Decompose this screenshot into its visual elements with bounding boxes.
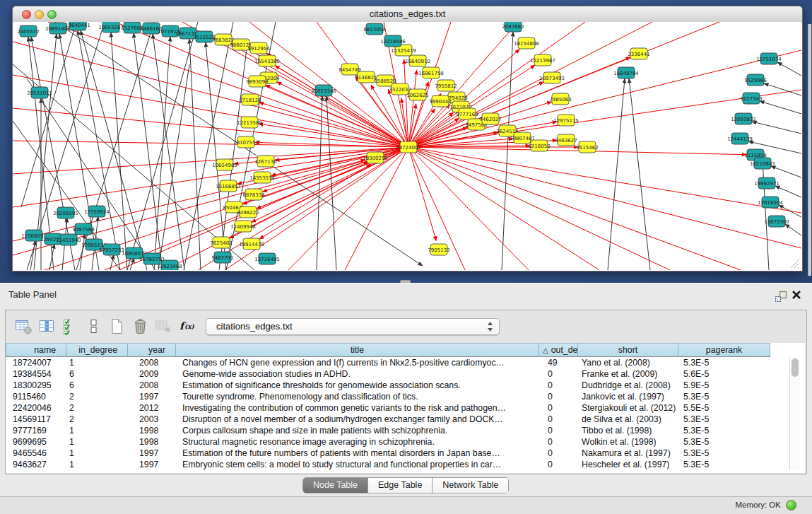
table-selector-dropdown[interactable]: citations_edges.txt (206, 318, 500, 335)
table-cell-short[interactable]: Yano et al. (2008) (578, 357, 678, 368)
table-cell-short[interactable]: Hescheler et al. (1997) (578, 459, 678, 470)
table-cell-title[interactable]: Estimation of significance thresholds fo… (176, 380, 539, 391)
table-cell-name[interactable]: 9115460 (6, 391, 66, 402)
graph-edge[interactable] (779, 205, 801, 217)
graph-edge[interactable] (317, 96, 322, 270)
table-cell-name[interactable]: 19384554 (6, 368, 66, 380)
graph-edge[interactable] (259, 103, 408, 147)
graph-edge[interactable] (408, 147, 801, 213)
table-cell-pagerank[interactable]: 5.3E-5 (678, 391, 770, 402)
column-header-title[interactable]: title (176, 343, 539, 357)
scrollbar-thumb[interactable] (792, 358, 799, 377)
table-cell-out_degree[interactable]: 0 (539, 459, 578, 470)
table-cell-short[interactable]: Tibbo et al. (1998) (578, 425, 678, 436)
table-cell-year[interactable]: 2008 (128, 357, 176, 368)
tab-network-table[interactable]: Network Table (433, 478, 508, 493)
create-column-button[interactable] (107, 317, 126, 336)
table-cell-name[interactable]: 9699695 (6, 436, 66, 448)
table-cell-title[interactable]: Changes of HCN gene expression and I(f) … (176, 357, 539, 368)
table-cell-in_degree[interactable]: 2 (66, 402, 128, 414)
column-header-in_degree[interactable]: in_degree (66, 343, 128, 357)
table-cell-title[interactable]: Genome-wide association studies in ADHD. (176, 368, 539, 380)
graph-edge[interactable] (154, 37, 170, 270)
table-cell-short[interactable]: Wolkin et al. (1998) (578, 436, 678, 448)
table-cell-in_degree[interactable]: 1 (66, 448, 128, 459)
table-cell-title[interactable]: Tourette syndrome. Phenomenology and cla… (176, 391, 539, 402)
table-cell-year[interactable]: 1998 (128, 425, 176, 436)
table-row[interactable]: 1938455462009Genome-wide association stu… (6, 368, 770, 380)
table-row[interactable]: 1456911722003Disruption of a novel membe… (6, 414, 770, 425)
table-cell-year[interactable]: 2009 (128, 368, 176, 380)
table-cell-name[interactable]: 14569117 (6, 414, 66, 425)
graph-edge[interactable] (502, 32, 513, 270)
table-row[interactable]: 1830029562008Estimation of significance … (6, 380, 770, 391)
graph-edge[interactable] (127, 22, 198, 270)
table-row[interactable]: 969969511998Structural magnetic resonanc… (6, 436, 770, 448)
table-cell-pagerank[interactable]: 5.3E-5 (678, 357, 770, 368)
column-header-out_degree[interactable]: △out_de… (539, 343, 578, 357)
tab-node-table[interactable]: Node Table (303, 478, 368, 493)
column-header-year[interactable]: year (128, 343, 176, 357)
table-row[interactable]: 946362711997Embryonic stem cells: a mode… (6, 459, 770, 470)
graph-edge[interactable] (775, 186, 801, 197)
select-columns-button[interactable] (61, 317, 80, 336)
delete-column-button[interactable] (131, 317, 150, 336)
table-cell-name[interactable]: 9463627 (6, 459, 66, 470)
table-cell-title[interactable]: Structural magnetic resonance image aver… (176, 436, 539, 448)
table-cell-year[interactable]: 1997 (128, 459, 176, 470)
table-cell-year[interactable]: 1997 (128, 448, 176, 459)
table-cell-pagerank[interactable]: 5.3E-5 (678, 425, 770, 436)
table-cell-title[interactable]: Disruption of a novel member of a sodium… (176, 414, 539, 425)
table-cell-name[interactable]: 18300295 (6, 380, 66, 391)
graph-edge[interactable] (266, 53, 408, 147)
citation-network-graph[interactable]: 1872400718300295113254191664091016961758… (13, 22, 801, 270)
table-cell-out_degree[interactable]: 0 (539, 391, 578, 402)
graph-edge[interactable] (134, 33, 163, 270)
function-builder-button[interactable]: f(x) (177, 317, 196, 336)
table-cell-in_degree[interactable]: 2 (66, 391, 128, 402)
graph-edge[interactable] (266, 85, 408, 147)
table-cell-year[interactable]: 2008 (128, 380, 176, 391)
table-cell-name[interactable]: 9777169 (6, 425, 66, 436)
table-row[interactable]: 911546021997Tourette syndrome. Phenomeno… (6, 391, 770, 402)
graph-edge[interactable] (608, 78, 625, 270)
graph-edge[interactable] (629, 78, 650, 270)
table-cell-short[interactable]: Jankovic et al. (1997) (578, 391, 678, 402)
table-cell-name[interactable]: 22420046 (6, 402, 66, 414)
table-cell-year[interactable]: 1997 (128, 391, 176, 402)
table-cell-title[interactable]: Embryonic stem cells: a model to study s… (176, 459, 539, 470)
table-cell-short[interactable]: Nakamura et al. (1997) (578, 448, 678, 459)
table-cell-short[interactable]: Dudbridge et al. (2008) (578, 380, 678, 391)
graph-edge[interactable] (763, 160, 769, 270)
graph-edge[interactable] (326, 96, 336, 270)
table-cell-out_degree[interactable]: 0 (539, 402, 578, 414)
table-cell-in_degree[interactable]: 6 (66, 368, 128, 380)
table-cell-pagerank[interactable]: 5.3E-5 (678, 414, 770, 425)
column-header-pagerank[interactable]: pagerank (678, 343, 770, 357)
graph-edge[interactable] (408, 147, 801, 248)
resize-grip[interactable] (789, 257, 800, 269)
graph-edge[interactable] (408, 147, 741, 270)
graph-edge[interactable] (158, 64, 189, 270)
network-canvas[interactable]: 1872400718300295113254191664091016961758… (13, 22, 801, 270)
table-cell-pagerank[interactable]: 5.9E-5 (678, 380, 770, 391)
table-cell-name[interactable]: 18724007 (6, 357, 66, 368)
close-panel-icon[interactable] (792, 290, 803, 301)
graph-edge[interactable] (49, 244, 54, 270)
table-cell-in_degree[interactable]: 1 (66, 459, 128, 470)
graph-edge[interactable] (752, 122, 801, 134)
table-row[interactable]: 946554611997Estimation of the future num… (6, 448, 770, 459)
table-cell-out_degree[interactable]: 0 (539, 436, 578, 448)
column-header-short[interactable]: short (578, 343, 678, 357)
table-cell-short[interactable]: Stergiakouli et al. (2012) (578, 402, 678, 414)
table-cell-short[interactable]: Franke et al. (2009) (578, 368, 678, 380)
table-cell-short[interactable]: de Silva et al. (2003) (578, 414, 678, 425)
graph-edge[interactable] (153, 34, 184, 270)
graph-edge[interactable] (785, 224, 801, 235)
table-cell-pagerank[interactable]: 5.6E-5 (678, 368, 770, 380)
table-cell-in_degree[interactable]: 1 (66, 357, 128, 368)
graph-edge[interactable] (777, 62, 801, 76)
table-cell-title[interactable]: Investigating the contribution of common… (176, 402, 539, 414)
table-cell-out_degree[interactable]: 49 (539, 357, 578, 368)
table-row[interactable]: 977716911998Corpus callosum shape and si… (6, 425, 770, 436)
